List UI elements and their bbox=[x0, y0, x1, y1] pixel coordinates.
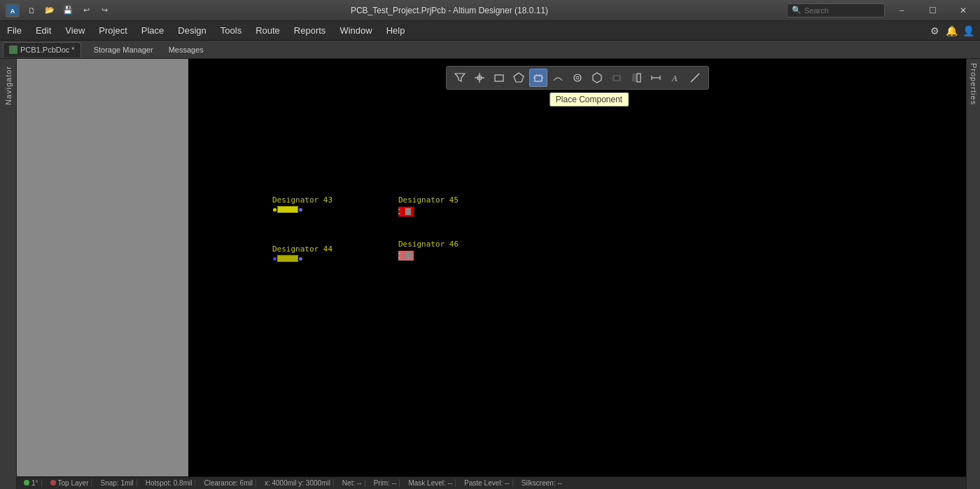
status-hotspot: Hotspot: 0.8mil bbox=[143, 479, 196, 487]
menubar: File Edit View Project Place Design Tool… bbox=[0, 21, 980, 41]
pad-tool-button[interactable] bbox=[608, 69, 626, 87]
center-area: A Place Component Designator 43 Desig bbox=[17, 59, 966, 489]
titlebar: A 🗋 📂 💾 ↩ ↪ PCB_Test_Project.PrjPcb - Al… bbox=[0, 0, 980, 21]
main-layout: Navigator bbox=[0, 59, 980, 489]
comp-body-45 bbox=[398, 207, 458, 219]
comp-body-46 bbox=[398, 251, 458, 263]
status-layer: 1° bbox=[21, 479, 42, 487]
polygon-tool-button[interactable] bbox=[510, 69, 528, 87]
svg-point-12 bbox=[574, 74, 581, 81]
open-icon[interactable]: 📂 bbox=[42, 3, 57, 18]
maximize-button[interactable]: ☐ bbox=[918, 0, 946, 21]
user-icon[interactable]: 👤 bbox=[960, 23, 976, 39]
line-tool-button[interactable] bbox=[686, 69, 704, 87]
svg-rect-7 bbox=[535, 76, 542, 81]
settings-icon[interactable]: ⚙ bbox=[927, 23, 942, 39]
doc-tab-pcb1[interactable]: PCB1.PcbDoc * bbox=[3, 42, 81, 57]
fill-tool-button[interactable] bbox=[627, 69, 645, 87]
statusbar: 1° Top Layer Snap: 1mil Hotspot: 0.8mil … bbox=[17, 476, 966, 489]
tab-messages[interactable]: Messages bbox=[162, 42, 211, 57]
svg-line-23 bbox=[691, 74, 699, 82]
minimize-button[interactable]: − bbox=[888, 0, 916, 21]
status-dot-red bbox=[50, 480, 56, 485]
svg-marker-6 bbox=[514, 73, 524, 82]
status-clearance: Clearance: 6mil bbox=[201, 479, 255, 487]
comp-rect-43 bbox=[277, 206, 298, 213]
svg-rect-18 bbox=[637, 74, 640, 82]
status-paste: Paste Level: -- bbox=[461, 479, 512, 487]
comp-ic-svg-45 bbox=[398, 207, 414, 216]
tab-storage-manager[interactable]: Storage Manager bbox=[87, 42, 160, 57]
wire-tool-button[interactable] bbox=[549, 69, 567, 87]
svg-text:A: A bbox=[10, 8, 15, 15]
dimension-tool-button[interactable] bbox=[647, 69, 665, 87]
menubar-icons: ⚙ 🔔 👤 bbox=[927, 23, 980, 39]
menu-tools[interactable]: Tools bbox=[214, 21, 248, 40]
rect-tool-button[interactable] bbox=[490, 69, 508, 87]
menu-edit[interactable]: Edit bbox=[29, 21, 58, 40]
menu-route[interactable]: Route bbox=[248, 21, 287, 40]
search-icon: 🔍 bbox=[792, 6, 802, 15]
status-prim: Prim: -- bbox=[371, 479, 400, 487]
status-mask: Mask Level: -- bbox=[405, 479, 456, 487]
status-snap: Snap: 1mil bbox=[97, 479, 136, 487]
component-designator45: Designator 45 bbox=[398, 195, 458, 219]
comp-label-43: Designator 43 bbox=[272, 195, 332, 205]
redo-icon[interactable]: ↪ bbox=[97, 3, 112, 18]
component-designator43: Designator 43 bbox=[272, 195, 332, 213]
comp-label-45: Designator 45 bbox=[398, 195, 458, 205]
undo-icon[interactable]: ↩ bbox=[78, 3, 94, 18]
save-icon[interactable]: 💾 bbox=[60, 3, 76, 18]
menu-window[interactable]: Window bbox=[332, 21, 379, 40]
menu-place[interactable]: Place bbox=[134, 21, 172, 40]
comp-pin-left-44 bbox=[273, 257, 276, 261]
tabsbar: PCB1.PcbDoc * Storage Manager Messages bbox=[0, 41, 980, 59]
secondary-tabs: Storage Manager Messages bbox=[87, 42, 211, 57]
menu-reports[interactable]: Reports bbox=[287, 21, 333, 40]
close-button[interactable]: ✕ bbox=[949, 0, 977, 21]
menu-file[interactable]: File bbox=[0, 21, 29, 40]
navigator-label: Navigator bbox=[3, 62, 14, 109]
comp-body-44 bbox=[272, 255, 332, 262]
crosshair-tool-button[interactable] bbox=[470, 69, 489, 87]
menu-help[interactable]: Help bbox=[379, 21, 412, 40]
svg-point-13 bbox=[576, 76, 579, 79]
app-icon: A bbox=[6, 4, 20, 18]
component-designator44: Designator 44 bbox=[272, 245, 332, 262]
svg-rect-16 bbox=[615, 76, 619, 80]
comp-label-44: Designator 44 bbox=[272, 245, 332, 254]
comp-label-46: Designator 46 bbox=[398, 240, 458, 249]
comp-pin-right-44 bbox=[299, 257, 302, 261]
status-silk: Silkscreen: -- bbox=[519, 479, 565, 487]
filter-tool-button[interactable] bbox=[451, 69, 469, 87]
search-box[interactable]: 🔍 bbox=[787, 4, 885, 18]
svg-marker-14 bbox=[593, 73, 601, 83]
titlebar-quick-icons: 🗋 📂 💾 ↩ ↪ bbox=[24, 3, 112, 18]
toolbar-strip: A bbox=[446, 66, 709, 90]
notification-icon[interactable]: 🔔 bbox=[944, 23, 959, 39]
status-net: Net: -- bbox=[340, 479, 365, 487]
arc-tool-button[interactable] bbox=[568, 69, 587, 87]
title-right: 🔍 − ☐ ✕ bbox=[787, 0, 980, 21]
left-panel bbox=[17, 59, 188, 489]
tab-icon bbox=[9, 46, 18, 54]
status-coordinates: x: 4000mil y: 3000mil bbox=[262, 479, 334, 487]
text-tool-button[interactable]: A bbox=[666, 69, 685, 87]
new-icon[interactable]: 🗋 bbox=[24, 3, 39, 18]
tab-label: PCB1.PcbDoc * bbox=[20, 46, 75, 54]
via-tool-button[interactable] bbox=[588, 69, 606, 87]
tooltip: Place Component bbox=[550, 92, 629, 106]
pcb-canvas[interactable]: A Place Component Designator 43 Desig bbox=[188, 59, 966, 489]
status-top-layer: Top Layer bbox=[48, 479, 92, 487]
place-component-button[interactable] bbox=[529, 69, 547, 87]
menu-view[interactable]: View bbox=[58, 21, 92, 40]
status-dot-green bbox=[24, 480, 29, 485]
menu-design[interactable]: Design bbox=[171, 21, 213, 40]
properties-label[interactable]: Properties bbox=[968, 59, 979, 109]
menu-project[interactable]: Project bbox=[92, 21, 134, 40]
window-title: PCB_Test_Project.PrjPcb - Altium Designe… bbox=[112, 6, 787, 15]
comp-pin-right-43 bbox=[299, 208, 302, 212]
svg-rect-25 bbox=[405, 208, 411, 215]
search-input[interactable] bbox=[804, 6, 874, 15]
svg-rect-5 bbox=[495, 75, 503, 81]
